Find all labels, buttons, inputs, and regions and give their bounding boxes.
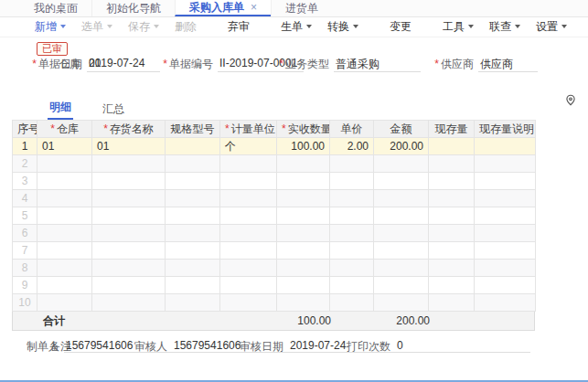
grid-cell[interactable] bbox=[475, 138, 536, 155]
grid-cell[interactable] bbox=[374, 260, 429, 277]
tab-3[interactable]: 进货单 bbox=[271, 0, 332, 16]
toolbar-button-2[interactable]: 保存 bbox=[128, 19, 159, 35]
grid-cell[interactable] bbox=[429, 190, 475, 207]
warehouse-field[interactable]: 01 bbox=[87, 57, 160, 72]
grid-cell[interactable]: 个 bbox=[220, 138, 277, 155]
grid-cell[interactable] bbox=[37, 277, 92, 294]
grid-cell[interactable] bbox=[37, 207, 92, 225]
toolbar-button-4[interactable]: 弃审 bbox=[228, 19, 250, 35]
grid-cell[interactable] bbox=[475, 225, 536, 242]
grid-cell[interactable] bbox=[220, 225, 277, 242]
grid-cell[interactable] bbox=[330, 190, 374, 207]
business-type-field[interactable]: 普通采购 bbox=[334, 57, 421, 72]
grid-cell[interactable] bbox=[429, 155, 475, 173]
grid-cell[interactable] bbox=[92, 173, 166, 190]
grid-cell[interactable] bbox=[330, 155, 374, 173]
grid-cell[interactable] bbox=[220, 155, 277, 173]
grid-cell[interactable] bbox=[475, 207, 536, 225]
grid-cell[interactable] bbox=[220, 173, 277, 190]
grid-cell[interactable] bbox=[374, 294, 429, 312]
grid-cell[interactable] bbox=[220, 242, 277, 260]
grid-cell[interactable] bbox=[475, 155, 536, 173]
grid-cell[interactable] bbox=[330, 242, 374, 260]
grid-cell[interactable] bbox=[277, 277, 330, 294]
grid-cell[interactable] bbox=[277, 207, 330, 225]
toolbar-button-5[interactable]: 生单 bbox=[281, 19, 312, 35]
grid-cell[interactable] bbox=[374, 225, 429, 242]
grid-cell[interactable] bbox=[277, 190, 330, 207]
grid-cell[interactable] bbox=[475, 242, 536, 260]
toolbar-button-1[interactable]: 选单 bbox=[81, 19, 112, 35]
grid-cell[interactable] bbox=[277, 225, 330, 242]
grid-cell[interactable] bbox=[220, 190, 277, 207]
toolbar-button-8[interactable]: 工具 bbox=[443, 19, 474, 35]
grid-cell[interactable] bbox=[166, 225, 220, 242]
supplier-field[interactable]: 供应商 bbox=[478, 57, 538, 72]
grid-cell[interactable] bbox=[330, 277, 374, 294]
grid-cell[interactable] bbox=[374, 277, 429, 294]
toolbar-button-9[interactable]: 联查 bbox=[489, 19, 520, 35]
grid-cell[interactable] bbox=[166, 173, 220, 190]
grid-cell[interactable] bbox=[92, 260, 166, 277]
grid-cell[interactable] bbox=[277, 260, 330, 277]
grid-cell[interactable] bbox=[330, 173, 374, 190]
tab-1[interactable]: 初始化导航 bbox=[91, 0, 175, 16]
grid-cell[interactable] bbox=[475, 190, 536, 207]
grid-cell[interactable] bbox=[37, 242, 92, 260]
grid-cell[interactable] bbox=[92, 277, 166, 294]
grid-cell[interactable] bbox=[166, 277, 220, 294]
grid-cell[interactable] bbox=[166, 260, 220, 277]
grid-cell[interactable] bbox=[429, 242, 475, 260]
grid-cell[interactable] bbox=[220, 207, 277, 225]
grid-cell[interactable] bbox=[429, 294, 475, 312]
grid-cell[interactable] bbox=[92, 190, 166, 207]
tab-2[interactable]: 采购入库单× bbox=[175, 0, 271, 16]
grid-cell[interactable] bbox=[220, 260, 277, 277]
grid-cell[interactable] bbox=[92, 294, 166, 312]
toolbar-button-7[interactable]: 变更 bbox=[390, 19, 412, 35]
grid-cell[interactable] bbox=[374, 173, 429, 190]
grid-cell[interactable] bbox=[166, 138, 220, 155]
grid-cell[interactable] bbox=[166, 242, 220, 260]
grid-cell[interactable] bbox=[37, 225, 92, 242]
grid-cell[interactable] bbox=[166, 155, 220, 173]
location-pin-icon[interactable] bbox=[564, 93, 577, 110]
tab-close-icon[interactable]: × bbox=[251, 1, 257, 14]
grid-cell[interactable] bbox=[166, 190, 220, 207]
grid-cell[interactable] bbox=[166, 207, 220, 225]
grid-cell[interactable] bbox=[277, 155, 330, 173]
grid-cell[interactable] bbox=[37, 294, 92, 312]
grid-cell[interactable] bbox=[92, 242, 166, 260]
grid-cell[interactable] bbox=[220, 277, 277, 294]
grid-cell[interactable] bbox=[37, 190, 92, 207]
grid-cell[interactable] bbox=[37, 155, 92, 173]
grid-cell[interactable]: 01 bbox=[92, 138, 166, 155]
grid-cell[interactable] bbox=[92, 155, 166, 173]
grid-cell[interactable] bbox=[37, 260, 92, 277]
grid-cell[interactable]: 01 bbox=[37, 138, 92, 155]
grid-cell[interactable] bbox=[374, 207, 429, 225]
tab-detail[interactable]: 明细 bbox=[48, 100, 73, 120]
grid-cell[interactable] bbox=[277, 242, 330, 260]
grid-cell[interactable]: 2.00 bbox=[330, 138, 374, 155]
grid-cell[interactable]: 200.00 bbox=[374, 138, 429, 155]
grid-cell[interactable] bbox=[220, 294, 277, 312]
grid-cell[interactable] bbox=[475, 277, 536, 294]
grid-cell[interactable] bbox=[475, 260, 536, 277]
grid-cell[interactable] bbox=[330, 260, 374, 277]
toolbar-button-6[interactable]: 转换 bbox=[327, 19, 358, 35]
toolbar-button-10[interactable]: 设置 bbox=[536, 19, 567, 35]
toolbar-button-0[interactable]: 新增 bbox=[35, 19, 66, 35]
grid-cell[interactable] bbox=[429, 260, 475, 277]
grid-cell[interactable] bbox=[92, 225, 166, 242]
grid-cell[interactable] bbox=[374, 190, 429, 207]
grid-cell[interactable] bbox=[429, 173, 475, 190]
tab-0[interactable]: 我的桌面 bbox=[20, 0, 91, 16]
grid-cell[interactable]: 100.00 bbox=[277, 138, 330, 155]
grid-cell[interactable] bbox=[374, 155, 429, 173]
grid-cell[interactable] bbox=[429, 277, 475, 294]
tab-summary[interactable]: 汇总 bbox=[101, 101, 126, 120]
grid-cell[interactable] bbox=[429, 138, 475, 155]
grid-cell[interactable] bbox=[277, 173, 330, 190]
grid-cell[interactable] bbox=[277, 294, 330, 312]
